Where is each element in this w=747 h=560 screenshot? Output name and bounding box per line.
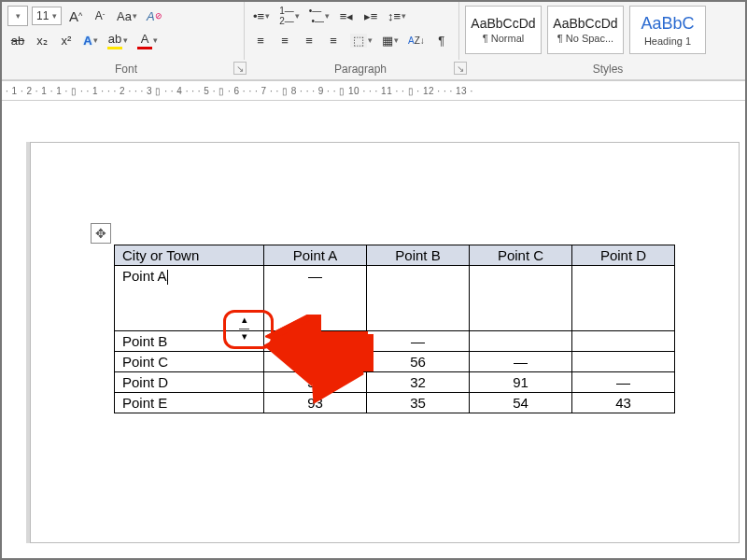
paragraph-group: •≡▾ 1—2—▾ •— •—▾ ≡◂ ▸≡ ↕≡▾ ≡ ≡ ≡ ≡ ⬚▾ ▦▾…	[245, 2, 459, 60]
sort-button[interactable]: AZ↓	[405, 30, 428, 50]
style-heading1[interactable]: AaBbC Heading 1	[629, 6, 706, 54]
table-row[interactable]: Point C 64 56 —	[115, 352, 675, 372]
align-left-button[interactable]: ≡	[250, 30, 271, 50]
font-group: ▾ 11▾ A^ Aˇ Aa▾ A⊘ ab x₂ x² A▾ ab▾ A▾	[2, 2, 245, 60]
highlight-button[interactable]: ab▾	[105, 30, 131, 50]
line-spacing-button[interactable]: ↕≡▾	[385, 6, 409, 26]
font-name-dropdown[interactable]: ▾	[7, 6, 28, 26]
superscript-button[interactable]: x²	[56, 30, 77, 50]
table-row[interactable]: Point E 93 35 54 43	[115, 393, 675, 413]
shading-button[interactable]: ⬚▾	[347, 30, 375, 50]
change-case-button[interactable]: Aa▾	[114, 6, 140, 26]
table-row[interactable]: Point D 37 32 91 —	[115, 372, 675, 393]
style-normal[interactable]: AaBbCcDd ¶ Normal	[465, 6, 542, 54]
align-right-button[interactable]: ≡	[299, 30, 319, 50]
numbering-button[interactable]: 1—2—▾	[276, 6, 303, 26]
distance-table[interactable]: City or Town Point A Point B Point C Poi…	[114, 245, 675, 413]
text-effects-button[interactable]: A▾	[80, 30, 101, 50]
header-point-d: Point D	[572, 245, 675, 266]
paragraph-launcher-icon[interactable]: ↘	[454, 62, 467, 75]
header-city: City or Town	[115, 245, 264, 266]
subscript-button[interactable]: x₂	[32, 30, 52, 50]
header-point-b: Point B	[367, 245, 470, 266]
header-point-a: Point A	[264, 245, 367, 266]
font-launcher-icon[interactable]: ↘	[233, 62, 247, 75]
styles-group-label: Styles	[471, 60, 745, 79]
strikethrough-button[interactable]: ab	[7, 30, 28, 50]
font-group-label: Font ↘	[2, 60, 250, 79]
multilevel-button[interactable]: •— •—▾	[306, 6, 332, 26]
table-row[interactable]: Point A —	[115, 266, 675, 331]
borders-button[interactable]: ▦▾	[379, 30, 402, 50]
font-color-button[interactable]: A▾	[134, 30, 161, 50]
table-header-row: City or Town Point A Point B Point C Poi…	[115, 245, 675, 266]
header-point-c: Point C	[470, 245, 572, 266]
align-center-button[interactable]: ≡	[275, 30, 295, 50]
justify-button[interactable]: ≡	[323, 30, 344, 50]
font-size-input[interactable]: 11▾	[32, 7, 62, 25]
bullets-button[interactable]: •≡▾	[250, 6, 273, 26]
style-no-spacing[interactable]: AaBbCcDd ¶ No Spac...	[547, 6, 624, 54]
styles-group: AaBbCcDd ¶ Normal AaBbCcDd ¶ No Spac... …	[459, 2, 745, 60]
grow-font-button[interactable]: A^	[65, 6, 86, 26]
show-marks-button[interactable]: ¶	[431, 30, 452, 50]
shrink-font-button[interactable]: Aˇ	[90, 6, 110, 26]
horizontal-ruler[interactable]: · 1 · 2 · 1 · 1 · ▯ · · 1 · · · 2 · · · …	[2, 80, 745, 101]
increase-indent-button[interactable]: ▸≡	[360, 6, 381, 26]
table-move-handle-icon[interactable]: ✥	[91, 223, 111, 244]
decrease-indent-button[interactable]: ≡◂	[336, 6, 357, 26]
text-cursor	[167, 270, 168, 285]
table-row[interactable]: Point B 87 —	[115, 331, 675, 352]
clear-formatting-button[interactable]: A⊘	[144, 6, 165, 26]
ribbon: ▾ 11▾ A^ Aˇ Aa▾ A⊘ ab x₂ x² A▾ ab▾ A▾ •≡…	[2, 2, 745, 80]
paragraph-group-label: Paragraph ↘	[250, 60, 471, 79]
row-resize-cursor-icon: ▴—▾	[239, 315, 249, 341]
